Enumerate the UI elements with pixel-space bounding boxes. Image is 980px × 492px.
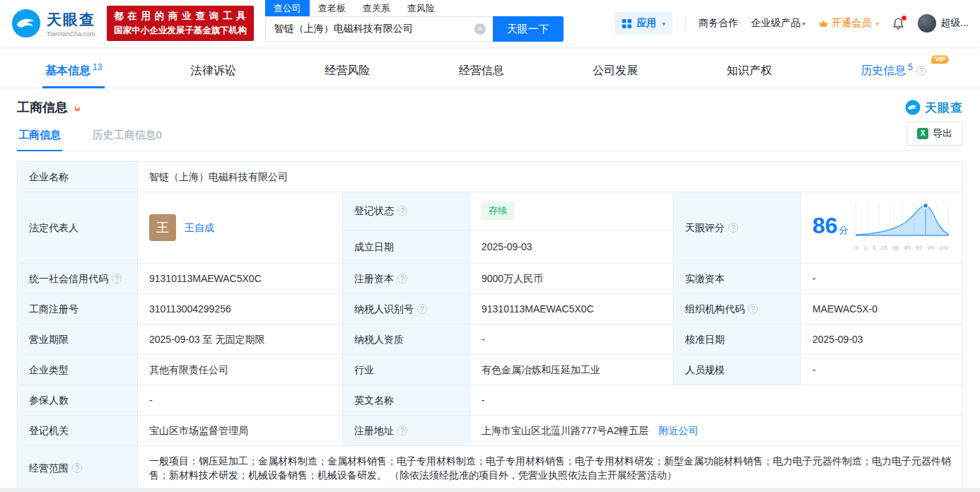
score-cell: 86分 <box>801 192 963 264</box>
tab-legal-proceedings[interactable]: 法律诉讼 <box>188 54 239 88</box>
score-number: 86分 <box>812 218 848 238</box>
search-tab-relation[interactable]: 查关系 <box>354 0 399 16</box>
search-tabs: 查公司 查老板 查关系 查风险 <box>265 0 564 16</box>
tab-operating-risk[interactable]: 经营风险 <box>322 54 373 88</box>
menu-business-cooperation[interactable]: 商务合作 <box>699 17 738 30</box>
table-row: 法定代表人 王 王自成 登记状态? 存续 天眼评分? <box>18 192 963 230</box>
logo-text: 天眼查 TianYanCha.com <box>47 10 95 37</box>
clear-search-icon[interactable]: × <box>474 23 486 35</box>
company-type-value: 其他有限责任公司 <box>138 355 343 385</box>
address-cell: 上海市宝山区北蕰川路777号A2幢五层 附近公司 <box>470 416 963 446</box>
staff-size-value: - <box>801 355 963 385</box>
credit-code-label: 统一社会信用代码? <box>18 264 138 294</box>
score-unit: 分 <box>839 225 848 235</box>
score-curve <box>856 200 949 237</box>
insured-count-value: - <box>138 385 343 416</box>
tab-operating-info[interactable]: 经营信息 <box>456 54 507 88</box>
help-icon[interactable]: ? <box>748 304 758 314</box>
field-label-text: 组织机构代码 <box>685 303 745 315</box>
section-header: 工商信息 天眼查 <box>0 88 980 119</box>
help-icon[interactable]: ? <box>72 463 82 473</box>
table-row: 经营范围? 一般项目：钢压延加工；金属材料制造；金属材料销售；电子专用材料制造；… <box>18 446 963 488</box>
page: 天眼查 TianYanCha.com 都 在 用 的 商 业 查 询 工 具 国… <box>0 0 980 488</box>
help-icon[interactable]: ? <box>397 426 407 435</box>
excel-icon: X <box>917 128 928 139</box>
business-term-label: 营业期限 <box>18 324 138 355</box>
business-term-value: 2025-09-03 至 无固定期限 <box>138 324 343 355</box>
score-axis-tick: 99 <box>928 241 934 255</box>
table-row: 营业期限 2025-09-03 至 无固定期限 纳税人资质 - 核准日期 202… <box>18 324 963 355</box>
section-title: 工商信息 <box>17 99 68 116</box>
tab-intellectual-property[interactable]: 知识产权 <box>724 54 775 88</box>
tab-history-info[interactable]: 历史信息 5 ? VIP <box>858 54 938 88</box>
field-label-text: 纳税人识别号 <box>354 303 414 315</box>
registry-authority-value: 宝山区市场监督管理局 <box>138 416 343 446</box>
search-input[interactable] <box>273 23 474 35</box>
company-nav-tabs: 基本信息 13 法律诉讼 经营风险 经营信息 公司发展 知识产权 历史信息 5 … <box>0 54 980 88</box>
menu-divider <box>685 17 686 30</box>
field-label-text: 注册资本 <box>354 273 394 284</box>
tab-label: 知识产权 <box>727 64 772 78</box>
help-icon[interactable]: ? <box>397 206 407 216</box>
export-button[interactable]: X 导出 <box>906 122 963 146</box>
score-axis-tick: 85 <box>904 241 911 255</box>
apps-label: 应用 <box>636 17 656 30</box>
notification-bell[interactable] <box>892 17 905 30</box>
score-axis-tick: 50 <box>892 241 899 255</box>
tianyancha-logo[interactable]: 天眼查 TianYanCha.com <box>11 8 95 38</box>
help-icon[interactable]: ? <box>417 304 427 314</box>
taxpayer-id-label: 纳税人识别号? <box>343 294 470 324</box>
brand-text: 天眼查 <box>925 100 963 116</box>
vip-badge: VIP <box>931 55 949 64</box>
establish-date-label: 成立日期 <box>343 230 470 263</box>
reg-capital-label: 注册资本? <box>343 264 470 294</box>
tab-label: 历史信息 <box>861 64 906 78</box>
user-menu[interactable]: 超级... <box>918 14 969 33</box>
menu-open-vip[interactable]: 开通会员 ▾ <box>818 17 879 30</box>
nearby-companies-link[interactable]: 附近公司 <box>658 425 698 436</box>
logo-subtitle: TianYanCha.com <box>47 30 95 37</box>
user-name: 超级... <box>940 17 969 30</box>
business-scope-value: 一般项目：钢压延加工；金属材料制造；金属材料销售；电子专用材料制造；电子专用材料… <box>138 446 963 488</box>
caret-down-icon: ▾ <box>802 20 805 28</box>
tab-count: 13 <box>93 62 102 72</box>
company-type-label: 企业类型 <box>18 355 138 385</box>
field-label-text: 经营范围 <box>29 462 69 474</box>
search-tab-boss[interactable]: 查老板 <box>310 0 354 16</box>
tab-company-development[interactable]: 公司发展 <box>590 54 641 88</box>
search-tab-company[interactable]: 查公司 <box>265 0 310 16</box>
help-icon[interactable]: ? <box>916 66 926 76</box>
brand-watermark: 天眼查 <box>905 100 963 116</box>
tab-basic-info[interactable]: 基本信息 13 <box>42 54 105 88</box>
company-name-value: 智链（上海）电磁科技有限公司 <box>138 162 963 192</box>
search-tab-risk[interactable]: 查风险 <box>399 0 443 16</box>
approval-date-label: 核准日期 <box>674 324 801 355</box>
tab-label: 经营风险 <box>325 64 370 78</box>
english-name-value: - <box>470 385 963 416</box>
subtabs-row: 工商信息 历史工商信息0 X 导出 <box>17 120 963 151</box>
help-icon[interactable]: ? <box>112 274 122 283</box>
search-button[interactable]: 天眼一下 <box>493 16 564 42</box>
score-axis: 0 1 3 15 50 85 97 99 100 <box>856 241 949 255</box>
tab-label: 法律诉讼 <box>191 64 236 78</box>
help-icon[interactable]: ? <box>728 223 738 233</box>
tianyancha-brand-icon <box>905 100 921 115</box>
subtab-business-info[interactable]: 工商信息 <box>17 120 62 151</box>
insured-count-label: 参保人数 <box>18 385 138 416</box>
legal-rep-link[interactable]: 王自成 <box>185 221 214 235</box>
apps-menu-button[interactable]: 应用 ▾ <box>614 12 672 35</box>
help-icon[interactable]: ? <box>397 274 407 283</box>
tab-label: 经营信息 <box>459 64 504 78</box>
subtab-history-business-info[interactable]: 历史工商信息0 <box>91 120 163 151</box>
reg-status-value: 存续 <box>470 192 674 230</box>
menu-enterprise-products[interactable]: 企业级产品 ▾ <box>751 17 805 30</box>
top-menu: 应用 ▾ 商务合作 企业级产品 ▾ 开通会员 ▾ <box>614 12 969 35</box>
taxpayer-quality-label: 纳税人资质 <box>343 324 470 355</box>
paid-capital-label: 实缴资本 <box>674 264 801 294</box>
business-scope-label: 经营范围? <box>18 446 138 488</box>
field-label-text: 统一社会信用代码 <box>29 273 108 284</box>
approval-date-value: 2025-09-03 <box>801 324 963 355</box>
top-header: 天眼查 TianYanCha.com 都 在 用 的 商 业 查 询 工 具 国… <box>0 0 980 47</box>
reg-number-value: 310113004299256 <box>138 294 343 324</box>
search-input-wrap: × <box>265 16 493 42</box>
